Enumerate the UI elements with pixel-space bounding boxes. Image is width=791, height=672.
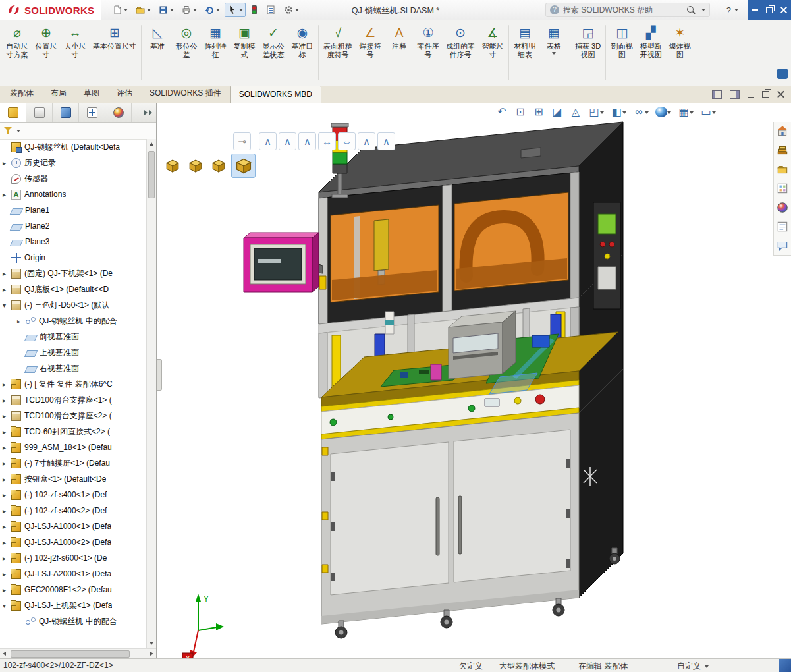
auto-dimension-scheme-button[interactable]: ⌀ 自动尺 寸方案: [3, 21, 32, 84]
apply-scene-icon[interactable]: ▦: [676, 105, 696, 119]
ribbon-overflow-button[interactable]: [777, 69, 788, 79]
door-handle-right[interactable]: [458, 496, 462, 554]
geometric-tolerance-button[interactable]: ◎ 形位公 差: [172, 21, 201, 84]
save-button[interactable]: [155, 3, 177, 17]
yellow-button[interactable]: [514, 397, 521, 404]
appearances-scenes-icon[interactable]: [776, 201, 789, 214]
section-view-button[interactable]: ◫ 剖面视 图: [607, 21, 636, 84]
copy-scheme-button[interactable]: ▣ 复制模 式: [230, 21, 259, 84]
tab-configurationmanager[interactable]: [53, 103, 79, 122]
surface-finish-button[interactable]: √ 表面粗糙 度符号: [320, 21, 356, 84]
tree-vertical-scrollbar[interactable]: [146, 139, 156, 648]
solidworks-menu[interactable]: SOLIDWORKS: [0, 0, 101, 20]
tree-item[interactable]: 前视基准面: [0, 329, 146, 345]
assembly-crumb-1[interactable]: [162, 155, 183, 177]
options-button[interactable]: [281, 3, 302, 17]
tree-item[interactable]: ▸ (-) 7寸触摸屏<1> (Defau: [0, 455, 146, 471]
tree-item[interactable]: Origin: [0, 250, 146, 266]
print-caret-icon[interactable]: [193, 9, 197, 11]
annotation-views-icon[interactable]: ◬: [568, 105, 584, 119]
expand-arrow-icon[interactable]: ▸: [3, 397, 11, 404]
tree-item[interactable]: ▸ QJ-LSJ-A1000<1> (Defa: [0, 518, 146, 534]
tree-item[interactable]: ▸ GFC20008F1<2> (Defau: [0, 582, 146, 598]
print-button[interactable]: [178, 3, 200, 17]
rebuild-button[interactable]: [248, 3, 261, 17]
scroll-down-icon[interactable]: [147, 638, 156, 648]
mate-parallel-icon[interactable]: ∧: [279, 132, 296, 150]
section-view-icon[interactable]: ◪: [549, 105, 565, 119]
scroll-up-icon[interactable]: [147, 139, 156, 149]
zoom-area-icon[interactable]: ⊞: [531, 105, 547, 119]
open-button[interactable]: [132, 3, 153, 17]
expand-arrow-icon[interactable]: ▸: [3, 412, 11, 420]
weld-symbol-button[interactable]: ∠ 焊接符 号: [356, 21, 385, 84]
ribbon-separator[interactable]: [318, 25, 319, 80]
file-properties-button[interactable]: [263, 3, 279, 17]
view-orientation-icon[interactable]: ◰: [586, 105, 606, 119]
mate-angle-icon[interactable]: ∧: [358, 132, 375, 150]
basic-location-dimension-button[interactable]: ⊞ 基本位置尺寸: [90, 21, 140, 84]
new-document-button[interactable]: [109, 3, 130, 17]
search-caret-icon[interactable]: [701, 9, 705, 11]
doc-restore-icon[interactable]: [762, 91, 769, 98]
vertical-scroll-thumb[interactable]: [148, 151, 155, 198]
view-settings-icon[interactable]: ▭: [698, 105, 718, 119]
tree-item[interactable]: ▸ QJ-LSJ-A2000<1> (Defa: [0, 566, 146, 582]
mate-tangent-icon[interactable]: ∧: [377, 132, 395, 150]
tree-item[interactable]: Plane3: [0, 234, 146, 250]
status-customize[interactable]: 自定义: [677, 661, 709, 672]
expand-arrow-icon[interactable]: ▸: [3, 270, 11, 277]
save-caret-icon[interactable]: [170, 9, 174, 11]
tab-solidworks-mbd[interactable]: SOLIDWORKS MBD: [230, 86, 321, 103]
tree-item[interactable]: QJ-锁螺丝机 (Default<Defa: [0, 139, 146, 155]
tab-assembly[interactable]: 装配体: [1, 84, 42, 103]
green-button[interactable]: [468, 405, 475, 412]
tree-filter-bar[interactable]: [0, 123, 156, 140]
scroll-left-icon[interactable]: [0, 649, 10, 659]
expand-arrow-icon[interactable]: ▸: [17, 318, 26, 325]
display-style-icon[interactable]: ◧: [609, 105, 628, 119]
tree-item[interactable]: ▸ 按钮盒<1> (Default<De: [0, 471, 146, 487]
tree-item[interactable]: QJ-锁螺丝机 中的配合: [0, 613, 146, 629]
tree-item[interactable]: ▸ (固定) QJ-下机架<1> (De: [0, 266, 146, 281]
green-button[interactable]: [388, 414, 393, 420]
open-caret-icon[interactable]: [147, 9, 151, 11]
edit-appearance-icon[interactable]: [653, 105, 673, 119]
minimize-button[interactable]: [748, 0, 762, 20]
options-caret-icon[interactable]: [295, 9, 299, 11]
mate-width-icon[interactable]: ↔: [318, 132, 336, 150]
tables-button[interactable]: ▦ 表格: [539, 21, 568, 84]
solidworks-forum-icon[interactable]: [776, 239, 789, 252]
solidworks-resources-icon[interactable]: [776, 125, 789, 138]
tree-item[interactable]: Plane2: [0, 218, 146, 234]
tree-item[interactable]: Plane1: [0, 202, 146, 218]
close-button[interactable]: [777, 0, 791, 20]
tree-item[interactable]: ▸ QJ-LSJ-A1000<2> (Defa: [0, 534, 146, 550]
panel-expand-icon[interactable]: [143, 110, 152, 115]
undo-button[interactable]: [202, 3, 223, 17]
tree-item[interactable]: ▸ TCD100滑台支撑座<1> (: [0, 392, 146, 408]
tree-item[interactable]: 右视基准面: [0, 360, 146, 376]
cabinet-door-left[interactable]: [331, 442, 449, 595]
expand-arrow-icon[interactable]: ▸: [3, 191, 11, 198]
help-button[interactable]: ?: [721, 0, 744, 20]
tab-evaluate[interactable]: 评估: [108, 84, 141, 103]
cabinet-door-right[interactable]: [454, 430, 570, 582]
search-box[interactable]: ? 搜索 SOLIDWORKS 帮助: [545, 3, 710, 17]
doc-close-icon[interactable]: [777, 91, 784, 98]
tree-item[interactable]: 传感器: [0, 171, 146, 186]
exploded-view-button[interactable]: ✶ 爆炸视 图: [665, 21, 694, 84]
new-caret-icon[interactable]: [124, 9, 128, 11]
pin-icon[interactable]: ⊸: [233, 132, 251, 150]
restore-button[interactable]: [762, 0, 777, 20]
model-break-view-button[interactable]: ▞ 模型断 开视图: [636, 21, 665, 84]
tab-layout[interactable]: 布局: [42, 84, 75, 103]
tree-item[interactable]: ▸ (-) 102-zf-s400<2> (Def: [0, 503, 146, 518]
scroll-right-icon[interactable]: [146, 649, 156, 659]
tree-item[interactable]: ▸ 历史记录: [0, 155, 146, 171]
previous-view-icon[interactable]: ↶: [494, 105, 510, 119]
machine-assembly[interactable]: [244, 122, 623, 638]
tree-horizontal-scrollbar[interactable]: [0, 648, 156, 659]
green-button[interactable]: [330, 419, 337, 426]
tree-item[interactable]: ▸ Annotations: [0, 186, 146, 202]
